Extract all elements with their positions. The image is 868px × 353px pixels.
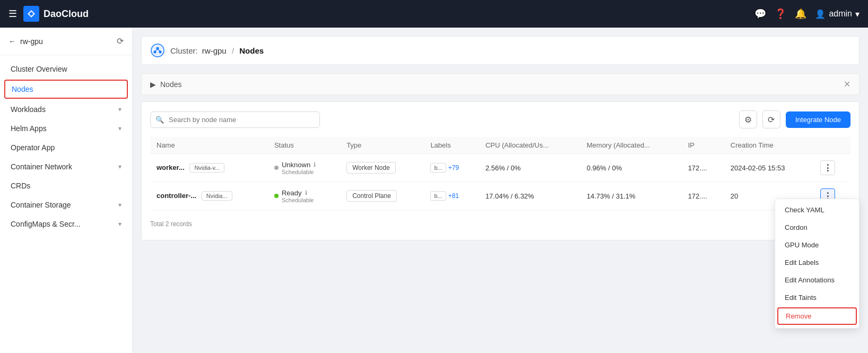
sidebar-item-crds[interactable]: CRDs: [0, 176, 132, 195]
nodes-panel: 🔍 ⚙ ⟳ Integrate Node Name Status T: [141, 101, 860, 240]
table-row: worker... Nvidia-v... Unknown ℹ: [150, 154, 850, 182]
label-more[interactable]: +79: [448, 164, 459, 171]
schedulable-label: Schedulable: [282, 169, 316, 175]
breadcrumb: Cluster: rw-gpu / Nodes: [170, 46, 264, 55]
chat-icon[interactable]: 💬: [754, 8, 766, 20]
sidebar-refresh-icon[interactable]: ⟳: [117, 36, 124, 46]
dropdown-item-check-yaml[interactable]: Check YAML: [775, 201, 859, 219]
integrate-node-button[interactable]: Integrate Node: [786, 111, 850, 128]
label-more[interactable]: +81: [448, 192, 459, 200]
chevron-down-icon: ▾: [118, 163, 121, 170]
col-labels: Labels: [424, 137, 479, 154]
hamburger-icon[interactable]: ☰: [8, 8, 17, 20]
type-badge: Control Plane: [346, 190, 397, 202]
dropdown-item-edit-taints[interactable]: Edit Taints: [775, 289, 859, 306]
cell-ip: 172....: [682, 182, 724, 210]
cell-actions: ⋮: [814, 154, 850, 182]
col-status: Status: [268, 137, 340, 154]
dropdown-item-edit-labels[interactable]: Edit Labels: [775, 254, 859, 271]
col-type: Type: [340, 137, 424, 154]
row-more-button[interactable]: ⋮: [820, 160, 835, 175]
cell-type: Control Plane: [340, 182, 424, 210]
refresh-icon-button[interactable]: ⟳: [762, 110, 780, 128]
sidebar-item-label: CRDs: [11, 182, 30, 190]
help-icon[interactable]: ❓: [775, 8, 786, 20]
settings-icon-button[interactable]: ⚙: [739, 110, 757, 128]
sidebar-item-label: Container Storage: [11, 201, 71, 209]
nodes-table: Name Status Type Labels CPU (Allocated/U…: [150, 137, 850, 210]
breadcrumb-cluster-label: Cluster:: [170, 46, 198, 55]
expand-arrow-icon: ▶: [150, 80, 156, 89]
node-name: worker...: [157, 163, 185, 171]
status-dot-icon: [274, 166, 279, 170]
sidebar-item-container-storage[interactable]: Container Storage ▾: [0, 195, 132, 214]
sidebar-item-container-network[interactable]: Container Network ▾: [0, 157, 132, 176]
sidebar-cluster-name: rw-gpu: [20, 37, 43, 46]
sidebar-item-helm-apps[interactable]: Helm Apps ▾: [0, 119, 132, 138]
sidebar-item-label: Nodes: [12, 85, 33, 93]
sidebar-item-cluster-overview[interactable]: Cluster Overview: [0, 59, 132, 79]
content-area: Cluster: rw-gpu / Nodes ▶ Nodes ✕ 🔍: [133, 28, 868, 353]
table-row: controller-... Nvidia... Ready ℹ: [150, 182, 850, 210]
sidebar-header: ← rw-gpu ⟳: [0, 28, 132, 55]
status-label: Ready: [282, 189, 302, 197]
search-input[interactable]: [150, 111, 320, 128]
table-footer: Total 2 records ‹ / 1 ›: [150, 217, 850, 231]
chevron-down-icon: ▾: [118, 125, 121, 132]
sidebar-item-configmaps-secr[interactable]: ConfigMaps & Secr... ▾: [0, 214, 132, 234]
svg-point-4: [159, 51, 162, 54]
info-icon[interactable]: ℹ: [314, 161, 316, 168]
context-dropdown-menu: Check YAML Cordon GPU Mode Edit Labels E…: [775, 199, 860, 329]
label-tag: b...: [430, 163, 446, 173]
status-dot-icon: [274, 194, 279, 198]
chevron-down-icon: ▾: [118, 220, 121, 228]
breadcrumb-separator: /: [232, 46, 234, 55]
node-tag-badge: Nvidia-v...: [189, 163, 224, 173]
chevron-down-icon: ▾: [118, 201, 121, 209]
sidebar-item-nodes[interactable]: Nodes: [4, 80, 128, 99]
sidebar-nav: Cluster Overview Nodes Workloads ▾ Helm …: [0, 55, 132, 353]
breadcrumb-bar: Cluster: rw-gpu / Nodes: [141, 36, 860, 65]
node-name: controller-...: [157, 192, 196, 200]
col-ip: IP: [682, 137, 724, 154]
nodes-expand-toggle[interactable]: ▶ Nodes: [150, 80, 181, 89]
nodes-expand-close-icon[interactable]: ✕: [844, 79, 850, 89]
svg-point-2: [157, 47, 159, 50]
topbar: ☰ DaoCloud 💬 ❓ 🔔 👤 admin ▾: [0, 0, 868, 28]
panel-toolbar: 🔍 ⚙ ⟳ Integrate Node: [150, 110, 850, 128]
svg-point-1: [151, 44, 164, 57]
sidebar-item-operator-app[interactable]: Operator App: [0, 138, 132, 157]
brand-name: DaoCloud: [44, 8, 89, 20]
cell-memory: 0.96% / 0%: [580, 154, 682, 182]
user-name: admin: [829, 9, 852, 19]
sidebar-back-button[interactable]: ← rw-gpu: [8, 37, 43, 46]
user-section[interactable]: 👤 admin ▾: [815, 9, 860, 19]
chevron-down-icon: ▾: [118, 106, 121, 113]
cell-name: controller-... Nvidia...: [150, 182, 268, 210]
cell-cpu: 2.56% / 0%: [479, 154, 580, 182]
label-tag: b...: [430, 191, 446, 201]
total-records-label: Total 2 records: [150, 220, 192, 228]
node-tag-badge: Nvidia...: [202, 191, 232, 201]
dropdown-item-cordon[interactable]: Cordon: [775, 219, 859, 236]
back-arrow-icon: ←: [8, 37, 16, 46]
cell-ip: 172....: [682, 154, 724, 182]
cell-labels: b... +79: [424, 154, 479, 182]
col-actions: [814, 137, 850, 154]
user-avatar-icon: 👤: [815, 9, 826, 19]
sidebar-item-workloads[interactable]: Workloads ▾: [0, 100, 132, 119]
status-label: Unknown: [282, 161, 310, 169]
bell-icon[interactable]: 🔔: [795, 8, 806, 20]
dropdown-item-gpu-mode[interactable]: GPU Mode: [775, 236, 859, 254]
dropdown-item-edit-annotations[interactable]: Edit Annotations: [775, 271, 859, 289]
sidebar: ← rw-gpu ⟳ Cluster Overview Nodes Worklo…: [0, 28, 133, 353]
brand: DaoCloud: [23, 6, 89, 22]
cell-name: worker... Nvidia-v...: [150, 154, 268, 182]
cell-creation-time: 2024-02-05 15:53: [724, 154, 814, 182]
nodes-expand-label: Nodes: [160, 80, 181, 89]
type-badge: Worker Node: [346, 162, 395, 174]
cluster-icon: [150, 43, 165, 58]
info-icon[interactable]: ℹ: [305, 190, 307, 196]
dropdown-item-remove[interactable]: Remove: [777, 307, 857, 325]
cell-type: Worker Node: [340, 154, 424, 182]
